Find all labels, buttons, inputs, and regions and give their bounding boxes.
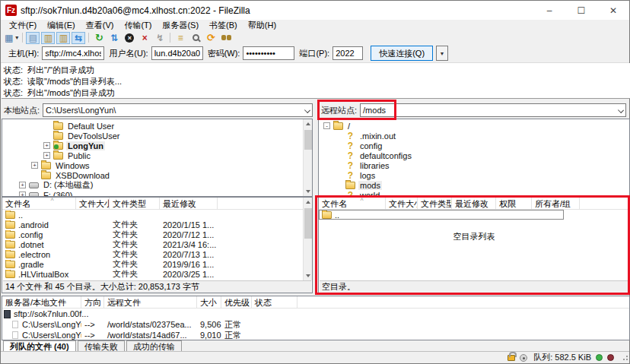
tab-successful-transfers[interactable]: 成功的传输 <box>126 340 182 352</box>
remote-column-header[interactable]: 文件类型 <box>418 198 452 209</box>
tab-failed-transfers[interactable]: 传输失败 <box>78 340 125 352</box>
local-tree-item[interactable]: Default User <box>2 121 312 131</box>
collapse-icon[interactable]: - <box>323 122 330 129</box>
toolbar-refresh-button[interactable]: ↻ <box>92 32 106 44</box>
port-input[interactable] <box>332 46 363 60</box>
local-tree-item[interactable]: +F: (360) <box>2 190 312 197</box>
menu-item-2[interactable]: 查看(V) <box>81 20 119 31</box>
username-input[interactable] <box>151 46 203 60</box>
toolbar-site-manager-button[interactable]: ▦▾ <box>4 32 19 44</box>
remote-tree-item[interactable]: ?.mixin.out <box>319 131 629 141</box>
menu-item-0[interactable]: 文件(F) <box>4 20 42 31</box>
toolbar-reconnect-button[interactable]: ↯ <box>153 32 167 44</box>
queue-server-row[interactable]: sftp://sok7nlun.00f... <box>2 309 629 319</box>
password-input[interactable] <box>243 46 294 60</box>
remote-column-header[interactable]: 所有者/组 <box>532 198 580 209</box>
remote-tree-item[interactable]: ?world <box>319 190 629 197</box>
local-tree-item[interactable]: DevToolsUser <box>2 131 312 141</box>
menu-item-3[interactable]: 传输(T) <box>119 20 157 31</box>
queue-column-header[interactable]: 服务器/本地文件 <box>2 296 81 308</box>
toolbar-toggle-remote-tree-button[interactable]: ▥ <box>56 32 70 44</box>
local-tree-item[interactable]: +D: (本地磁盘) <box>2 180 312 190</box>
close-button[interactable]: ✕ <box>597 1 629 20</box>
local-column-header[interactable]: 文件大小 <box>76 198 110 209</box>
process-queue-icon: ⇅ <box>110 33 118 43</box>
file-name: .electron <box>18 250 50 259</box>
scrollbar-thumb[interactable] <box>304 130 312 150</box>
queue-column-header[interactable]: 远程文件 <box>104 296 197 308</box>
remote-tree-item[interactable]: mods <box>319 180 629 190</box>
remote-column-header[interactable]: 最近修改 <box>452 198 496 209</box>
local-tree-item[interactable]: +LongYun <box>2 141 312 150</box>
local-tree-item[interactable]: +Public <box>2 150 312 160</box>
toolbar-synchronized-browsing-button[interactable]: ⟳ <box>204 32 218 44</box>
queue-direction-cell: --> <box>81 320 104 329</box>
remote-tree-item[interactable]: ?logs <box>319 170 629 180</box>
expand-icon[interactable]: + <box>43 142 50 149</box>
local-column-header[interactable]: 最近修改 <box>160 198 218 209</box>
queue-column-header[interactable]: 大小 <box>197 296 221 308</box>
queue-item-row[interactable]: C:\Users\LongYun...-->/world/stats/02375… <box>2 319 629 330</box>
menu-item-4[interactable]: 服务器(S) <box>157 20 204 31</box>
queue-column-header[interactable]: 优先级 <box>221 296 252 308</box>
queue-column-header[interactable]: 方向 <box>81 296 104 308</box>
chevron-down-icon <box>304 107 310 113</box>
remote-column-header[interactable]: 权限 <box>496 198 532 209</box>
remote-column-header[interactable]: 文件名˄ <box>319 198 386 209</box>
remote-tree-item[interactable]: ?config <box>319 141 629 150</box>
menu-item-5[interactable]: 书签(B) <box>204 20 243 31</box>
scroll-up-icon[interactable] <box>304 198 313 207</box>
toolbar-toggle-log-button[interactable]: ▤ <box>26 32 40 44</box>
quickconnect-button[interactable]: 快速连接(Q) <box>371 46 433 61</box>
unknown-folder-icon: ? <box>345 190 355 198</box>
minimize-button[interactable]: – <box>533 1 565 20</box>
folder-icon <box>5 211 15 219</box>
menu-item-1[interactable]: 编辑(E) <box>42 20 81 31</box>
local-tree-scrollbar[interactable] <box>303 119 312 196</box>
expand-icon[interactable]: + <box>43 152 50 159</box>
scroll-down-icon[interactable] <box>304 187 313 196</box>
unknown-folder-icon: ? <box>345 160 355 171</box>
toolbar-cancel-button[interactable]: × <box>123 32 136 44</box>
toolbar-find-files-button[interactable] <box>219 32 233 44</box>
toolbar-toggle-queue-button[interactable]: ⇆ <box>72 32 85 44</box>
remote-column-header[interactable]: 文件大小 <box>386 198 418 209</box>
maximize-button[interactable]: ☐ <box>565 1 597 20</box>
table-row[interactable]: .. <box>319 210 564 220</box>
local-column-header[interactable]: 文件类型 <box>110 198 160 209</box>
expand-icon[interactable]: + <box>19 191 26 197</box>
queue-column-header[interactable]: 状态 <box>252 296 298 308</box>
remote-tree-item[interactable]: ?defaultconfigs <box>319 150 629 160</box>
local-column-header[interactable]: 文件名˄ <box>2 198 76 209</box>
remote-tree-item-label: config <box>358 141 383 150</box>
toolbar-filter-button[interactable]: ≡ <box>173 32 187 44</box>
chevron-down-icon[interactable]: ▾ <box>15 34 18 41</box>
remote-tree-item[interactable]: -/ <box>319 121 629 131</box>
remote-site-combo[interactable]: /mods <box>360 103 626 117</box>
scroll-up-icon[interactable] <box>304 119 313 128</box>
toolbar-toggle-local-tree-button[interactable]: ▥ <box>41 32 55 44</box>
queue-item-row[interactable]: C:\Users\LongYun...-->/world/stats/14ad6… <box>2 330 629 340</box>
toolbar-disconnect-button[interactable]: × <box>138 32 151 44</box>
tab-queued-files[interactable]: 列队的文件 (40) <box>3 340 76 352</box>
toolbar-separator <box>22 33 23 43</box>
scrollbar-thumb[interactable] <box>304 208 312 239</box>
log-line-label: 状态: <box>4 65 23 74</box>
host-input[interactable] <box>42 46 104 60</box>
toolbar-directory-compare-button[interactable] <box>189 32 202 44</box>
expand-icon[interactable]: + <box>31 162 38 169</box>
toolbar-process-queue-button[interactable]: ⇅ <box>107 32 121 44</box>
scroll-down-icon[interactable] <box>304 271 313 280</box>
local-tree-item[interactable]: +Windows <box>2 160 312 170</box>
local-site-combo[interactable]: C:\Users\LongYun\ <box>43 103 313 117</box>
expand-icon[interactable]: + <box>19 182 26 188</box>
menu-item-6[interactable]: 帮助(H) <box>243 20 282 31</box>
quickconnect-dropdown-button[interactable]: ▼ <box>436 46 448 61</box>
folder-icon <box>53 152 63 160</box>
remote-tree-item[interactable]: ?libraries <box>319 160 629 170</box>
resize-grip[interactable] <box>622 356 628 362</box>
local-tree-item[interactable]: XSBDownload <box>2 170 312 180</box>
table-row[interactable]: .HLVirtualBox文件夹2020/3/25 1... <box>2 269 312 279</box>
local-list-scrollbar[interactable] <box>303 198 312 280</box>
port-label: 端口(P): <box>299 48 329 59</box>
